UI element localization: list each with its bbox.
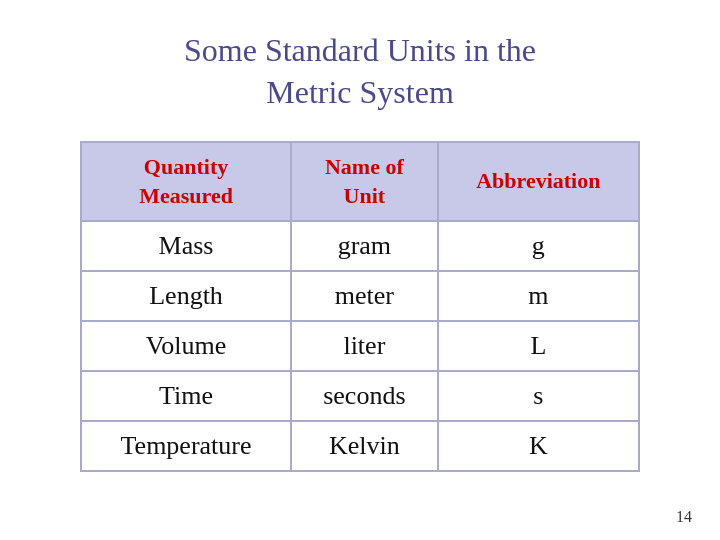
- col-header-unit: Name ofUnit: [291, 142, 438, 221]
- quantity-cell: Volume: [81, 321, 291, 371]
- table-row: Lengthmeterm: [81, 271, 639, 321]
- abbreviation-cell: g: [438, 221, 639, 271]
- abbreviation-cell: s: [438, 371, 639, 421]
- table-row: TemperatureKelvinK: [81, 421, 639, 471]
- unit-cell: liter: [291, 321, 438, 371]
- abbreviation-cell: K: [438, 421, 639, 471]
- quantity-cell: Length: [81, 271, 291, 321]
- abbreviation-cell: m: [438, 271, 639, 321]
- unit-cell: Kelvin: [291, 421, 438, 471]
- col-header-abbreviation: Abbreviation: [438, 142, 639, 221]
- unit-cell: meter: [291, 271, 438, 321]
- table-row: VolumeliterL: [81, 321, 639, 371]
- unit-cell: gram: [291, 221, 438, 271]
- abbreviation-cell: L: [438, 321, 639, 371]
- page-title: Some Standard Units in the Metric System: [184, 30, 536, 113]
- quantity-cell: Temperature: [81, 421, 291, 471]
- table-row: Timesecondss: [81, 371, 639, 421]
- page-number: 14: [676, 508, 692, 526]
- quantity-cell: Time: [81, 371, 291, 421]
- table-row: Massgramg: [81, 221, 639, 271]
- unit-cell: seconds: [291, 371, 438, 421]
- quantity-cell: Mass: [81, 221, 291, 271]
- metric-table: QuantityMeasured Name ofUnit Abbreviatio…: [80, 141, 640, 472]
- col-header-quantity: QuantityMeasured: [81, 142, 291, 221]
